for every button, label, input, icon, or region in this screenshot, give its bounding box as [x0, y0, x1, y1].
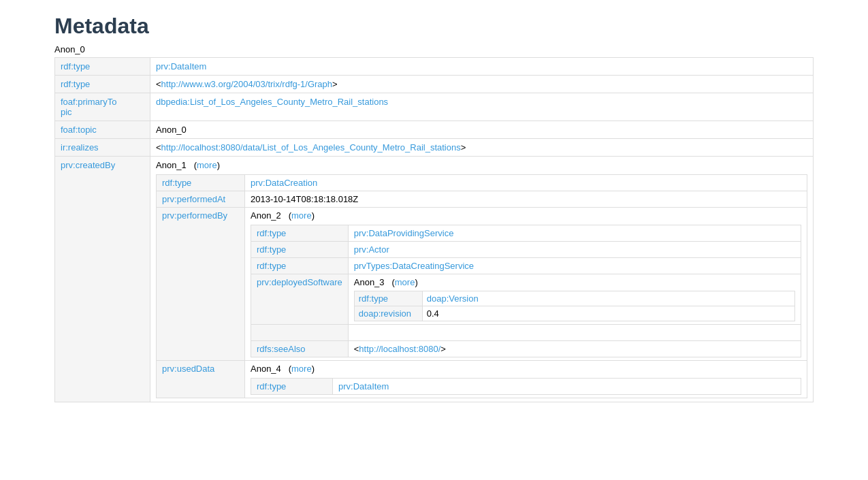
prv-createdby-link[interactable]: prv:createdBy [61, 160, 115, 170]
anon4-rdf-type[interactable]: rdf:type [257, 381, 286, 391]
key-cell: foaf:topic [55, 121, 150, 139]
table-row: foaf:topic Anon_0 [55, 121, 814, 139]
key-cell-createdby: prv:createdBy [55, 157, 150, 402]
nested-key-useddata: prv:usedData [157, 361, 245, 398]
deep-row-spacer [251, 325, 801, 341]
table-row: ir:realizes <http://localhost:8080/data/… [55, 139, 814, 157]
deep-key: rdf:type [251, 225, 349, 242]
deep-row: rdf:type prv:Actor [251, 242, 801, 258]
rdf-type-link-2[interactable]: rdf:type [61, 79, 90, 89]
deep-value-deployed: Anon_3 (more) rdf:type [348, 274, 801, 325]
deep-value: prv:Actor [348, 242, 801, 258]
deeper-table: rdf:type doap:Version [354, 291, 795, 321]
value-cell-createdby: Anon_1 (more) rdf:type prv:DataCreation … [150, 157, 814, 402]
deep-row-deployed: prv:deployedSoftware Anon_3 (more) rdf:t [251, 274, 801, 325]
anon0-label: Anon_0 [54, 44, 814, 54]
nested-row: prv:performedAt 2013-10-14T08:18:18.018Z [157, 191, 807, 208]
anon2-more-link[interactable]: more [291, 210, 312, 221]
anon1-more-link[interactable]: more [197, 160, 217, 170]
key-cell: ir:realizes [55, 139, 150, 157]
deep-key-seealso: rdfs:seeAlso [251, 341, 349, 357]
prv-dataitem-link[interactable]: prv:DataItem [156, 61, 206, 71]
anon3-label: Anon_3 [354, 277, 385, 287]
w3-graph-link[interactable]: http://www.w3.org/2004/03/trix/rdfg-1/Gr… [161, 79, 332, 89]
nested-row-performedby: prv:performedBy Anon_2 (more) rdf:type [157, 208, 807, 361]
deeper-rdf-type[interactable]: rdf:type [359, 293, 388, 304]
deeper-value: 0.4 [422, 306, 794, 321]
nested-key: rdf:type [157, 175, 245, 191]
doap-version-link[interactable]: doap:Version [427, 293, 479, 304]
nested-value-performedby: Anon_2 (more) rdf:type prv:DataProviding… [245, 208, 807, 361]
deeper-value: doap:Version [422, 291, 794, 306]
deep-value: prv:DataProvidingService [348, 225, 801, 242]
deep-rdf-type-1[interactable]: rdf:type [257, 228, 286, 238]
nested-key-performedby: prv:performedBy [157, 208, 245, 361]
prv-performedby-link[interactable]: prv:performedBy [162, 210, 227, 221]
deep-rdf-type-3[interactable]: rdf:type [257, 261, 286, 271]
nested-value-useddata: Anon_4 (more) rdf:type prv:DataItem [245, 361, 807, 398]
prv-dataprovidingservice-link[interactable]: prv:DataProvidingService [354, 228, 454, 238]
deep-value: prvTypes:DataCreatingService [348, 258, 801, 274]
value-cell: <http://localhost:8080/data/List_of_Los_… [150, 139, 814, 157]
localhost-data-link[interactable]: http://localhost:8080/data/List_of_Los_A… [161, 142, 461, 153]
localhost-root-link[interactable]: http://localhost:8080/ [359, 344, 440, 354]
prv-useddata-link[interactable]: prv:usedData [162, 364, 214, 374]
prv-actor-link[interactable]: prv:Actor [354, 244, 389, 255]
deeper-row: rdf:type doap:Version [354, 291, 794, 306]
anon4-dataitem-link[interactable]: prv:DataItem [338, 381, 389, 391]
anon4-more-link[interactable]: more [291, 364, 312, 374]
anon4-label: Anon_4 [251, 364, 281, 374]
prv-performedat-link[interactable]: prv:performedAt [162, 194, 225, 204]
table-row: rdf:type prv:DataItem [55, 58, 814, 76]
deep-rdf-type-2[interactable]: rdf:type [257, 244, 286, 255]
dbpedia-link[interactable]: dbpedia:List_of_Los_Angeles_County_Metro… [156, 97, 388, 107]
value-cell: prv:DataItem [150, 58, 814, 76]
deep-key-spacer [251, 325, 349, 341]
anon4-row: rdf:type prv:DataItem [251, 379, 801, 395]
page-title: Metadata [54, 14, 814, 39]
main-table: rdf:type prv:DataItem rdf:type <http://w… [54, 57, 814, 402]
deep-value-seealso: <http://localhost:8080/> [348, 341, 801, 357]
deep-row-seealso: rdfs:seeAlso <http://localhost:8080/> [251, 341, 801, 357]
nested-value: 2013-10-14T08:18:18.018Z [245, 191, 807, 208]
doap-revision-link[interactable]: doap:revision [359, 308, 411, 319]
key-cell: rdf:type [55, 76, 150, 93]
value-cell: dbpedia:List_of_Los_Angeles_County_Metro… [150, 93, 814, 121]
prvtypes-link[interactable]: prvTypes:DataCreatingService [354, 261, 474, 271]
deeper-key: doap:revision [354, 306, 422, 321]
revision-value: 0.4 [427, 308, 439, 319]
foaf-primarytopic-link[interactable]: foaf:primaryTopic [61, 97, 116, 117]
deeper-key: rdf:type [354, 291, 422, 306]
nested-table: rdf:type prv:DataCreation prv:performedA… [156, 174, 807, 398]
value-cell: <http://www.w3.org/2004/03/trix/rdfg-1/G… [150, 76, 814, 93]
anon3-more-link[interactable]: more [395, 277, 415, 287]
table-row: rdf:type <http://www.w3.org/2004/03/trix… [55, 76, 814, 93]
prv-datacreation-link[interactable]: prv:DataCreation [251, 178, 317, 188]
performed-at-value: 2013-10-14T08:18:18.018Z [251, 194, 358, 204]
anon4-value: prv:DataItem [333, 379, 801, 395]
rdf-type-link-1[interactable]: rdf:type [61, 61, 90, 71]
key-cell: rdf:type [55, 58, 150, 76]
prv-deployedsoftware-link[interactable]: prv:deployedSoftware [257, 277, 342, 287]
nested-value: prv:DataCreation [245, 175, 807, 191]
table-row: foaf:primaryTopic dbpedia:List_of_Los_An… [55, 93, 814, 121]
nested-rdf-type-1[interactable]: rdf:type [162, 178, 191, 188]
anon4-table: rdf:type prv:DataItem [251, 378, 801, 395]
nested-row-useddata: prv:usedData Anon_4 (more) rdf:type [157, 361, 807, 398]
anon0-value: Anon_0 [156, 125, 187, 135]
ir-realizes-link[interactable]: ir:realizes [61, 142, 99, 153]
foaf-topic-link[interactable]: foaf:topic [61, 125, 97, 135]
deep-table: rdf:type prv:DataProvidingService rdf:ty… [251, 225, 801, 357]
nested-key: prv:performedAt [157, 191, 245, 208]
key-cell: foaf:primaryTopic [55, 93, 150, 121]
deeper-row: doap:revision 0.4 [354, 306, 794, 321]
deep-key: rdf:type [251, 258, 349, 274]
anon1-label: Anon_1 [156, 160, 187, 170]
table-row-createdby: prv:createdBy Anon_1 (more) rdf:type prv… [55, 157, 814, 402]
anon2-label: Anon_2 [251, 210, 281, 221]
deep-value-spacer [348, 325, 801, 341]
deep-row: rdf:type prvTypes:DataCreatingService [251, 258, 801, 274]
nested-row: rdf:type prv:DataCreation [157, 175, 807, 191]
anon4-key: rdf:type [251, 379, 333, 395]
rdfs-seealso-link[interactable]: rdfs:seeAlso [257, 344, 306, 354]
